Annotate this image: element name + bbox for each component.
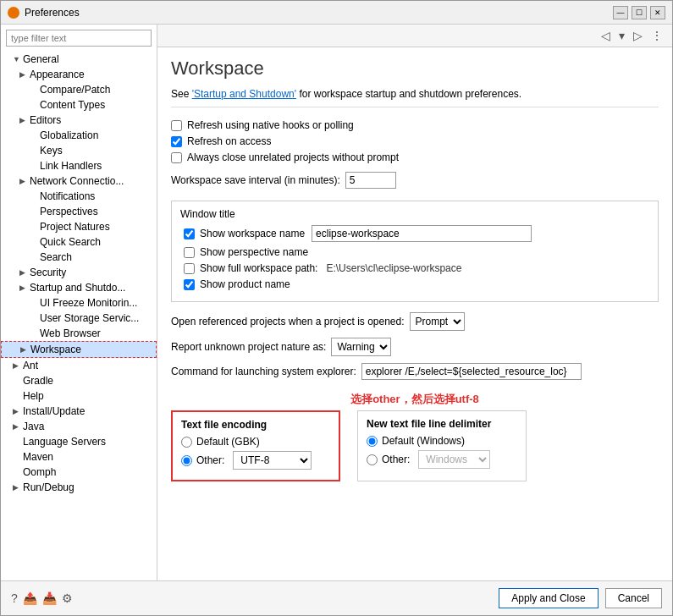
tree-item-content-types[interactable]: Content Types [1,97,157,113]
show-full-path-checkbox[interactable] [184,263,195,274]
newline-other-radio[interactable] [367,454,378,465]
expand-arrow: ▶ [19,283,28,292]
tree-item-link-handlers[interactable]: Link Handlers [1,158,157,173]
tree-item-quick-search[interactable]: Quick Search [1,234,157,250]
tree-item-web-browser[interactable]: Web Browser [1,326,157,341]
tree-item-run-debug[interactable]: ▶Run/Debug [1,480,157,495]
more-button[interactable]: ⋮ [648,28,665,43]
show-full-path-label: Show full workspace path: [200,262,317,274]
expand-arrow: ▶ [13,407,21,415]
workspace-name-input[interactable] [312,225,532,242]
show-workspace-checkbox[interactable] [184,228,195,239]
spacer [13,377,21,385]
tree-item-security[interactable]: ▶Security [1,265,157,280]
window-title: Preferences [25,7,613,19]
tree-item-ant[interactable]: ▶Ant [1,358,157,373]
main-area: ▼General ▶Appearance Compare/Patch Conte… [1,25,672,580]
tree-item-workspace[interactable]: ▶Workspace [1,341,157,358]
show-product-checkbox[interactable] [184,279,195,290]
save-interval-label: Workspace save interval (in minutes): [171,174,340,186]
encoding-title: Text file encoding [181,419,330,431]
tree-item-project-natures[interactable]: Project Natures [1,219,157,234]
expand-arrow: ▶ [19,177,28,185]
spacer [13,437,21,446]
tree-item-startup-shutdown[interactable]: ▶Startup and Shutdo... [1,280,157,295]
settings-icon-button[interactable]: ⚙ [62,591,73,605]
tree-item-oomph[interactable]: Oomph [1,465,157,480]
encoding-default-label: Default (GBK) [196,436,260,448]
window-title-label: Window title [180,208,649,220]
spacer [30,329,38,338]
dropdown-button[interactable]: ▾ [616,28,627,43]
report-unknown-label: Report unknown project nature as: [171,341,326,353]
import-icon-button[interactable]: 📥 [42,591,57,605]
back-button[interactable]: ◁ [599,28,613,43]
expand-arrow: ▶ [19,268,28,277]
spacer [13,392,21,400]
tree-item-perspectives[interactable]: Perspectives [1,204,157,219]
encoding-select[interactable]: UTF-8 UTF-16 ISO-8859-1 GBK [233,451,312,470]
spacer [30,162,38,170]
tree-item-maven[interactable]: Maven [1,449,157,465]
tree-item-search[interactable]: Search [1,250,157,265]
newline-other-row: Other: Windows Unix Mac OS X [367,450,517,469]
show-product-row: Show product name [184,278,649,290]
info-text: See 'Startup and Shutdown' for workspace… [171,88,659,107]
window-controls: — ☐ ✕ [613,6,665,19]
tree-item-gradle[interactable]: Gradle [1,373,157,388]
startup-shutdown-link[interactable]: 'Startup and Shutdown' [192,88,296,100]
tree-item-appearance[interactable]: ▶Appearance [1,67,157,82]
help-icon-button[interactable]: ? [11,591,18,605]
open-referenced-select[interactable]: Prompt Never Always [410,312,465,331]
tree-item-globalization[interactable]: Globalization [1,128,157,143]
tree-item-ui-freeze[interactable]: UI Freeze Monitorin... [1,295,157,311]
bottom-action-buttons: Apply and Close Cancel [499,588,662,608]
tree-item-language-servers[interactable]: Language Servers [1,434,157,449]
checkbox-close[interactable] [171,152,182,163]
save-interval-input[interactable] [345,172,396,189]
show-perspective-checkbox[interactable] [184,247,195,258]
tree-item-keys[interactable]: Keys [1,143,157,158]
forward-button[interactable]: ▷ [631,28,645,43]
command-input[interactable] [361,363,582,380]
report-unknown-row: Report unknown project nature as: Warnin… [171,338,659,356]
encoding-newline-row: Text file encoding Default (GBK) Other: … [171,410,659,481]
window-title-section: Window title Show workspace name Show pe… [171,201,659,302]
encoding-default-radio[interactable] [181,437,192,448]
expand-arrow: ▶ [13,422,21,431]
expand-arrow: ▶ [13,483,21,492]
filter-input[interactable] [6,30,152,47]
maximize-button[interactable]: ☐ [632,6,647,19]
tree-item-compare-patch[interactable]: Compare/Patch [1,82,157,97]
tree-item-help[interactable]: Help [1,388,157,404]
newline-select[interactable]: Windows Unix Mac OS X [418,450,490,469]
apply-close-button[interactable]: Apply and Close [499,588,598,608]
tree-item-java[interactable]: ▶Java [1,419,157,434]
open-referenced-row: Open referenced projects when a project … [171,312,659,331]
tree-item-editors[interactable]: ▶Editors [1,113,157,128]
newline-default-radio[interactable] [367,436,378,447]
export-icon-button[interactable]: 📤 [23,591,37,605]
checkbox-refresh-row: Refresh on access [171,135,659,147]
tree-item-user-storage[interactable]: User Storage Servic... [1,311,157,326]
minimize-button[interactable]: — [613,6,628,19]
tree-item-install-update[interactable]: ▶Install/Update [1,404,157,419]
right-toolbar: ◁ ▾ ▷ ⋮ [157,25,672,47]
close-button[interactable]: ✕ [650,6,665,19]
encoding-other-radio[interactable] [181,455,192,466]
expand-arrow: ▶ [19,70,28,79]
save-interval-row: Workspace save interval (in minutes): [171,172,659,189]
tree-item-network-connection[interactable]: ▶Network Connectio... [1,173,157,189]
checkbox-refresh[interactable] [171,136,182,147]
report-unknown-select[interactable]: Warning Error Ignore [331,338,391,356]
right-panel: ◁ ▾ ▷ ⋮ Workspace See 'Startup and Shutd… [157,25,672,580]
spacer [30,238,38,246]
cancel-button[interactable]: Cancel [605,588,662,608]
spacer [30,207,38,216]
spacer [30,101,38,109]
checkbox-native-label: Refresh using native hooks or polling [187,119,354,131]
tree-item-notifications[interactable]: Notifications [1,189,157,204]
checkbox-native[interactable] [171,120,182,131]
tree-item-general[interactable]: ▼General [1,52,157,67]
encoding-default-row: Default (GBK) [181,436,330,448]
